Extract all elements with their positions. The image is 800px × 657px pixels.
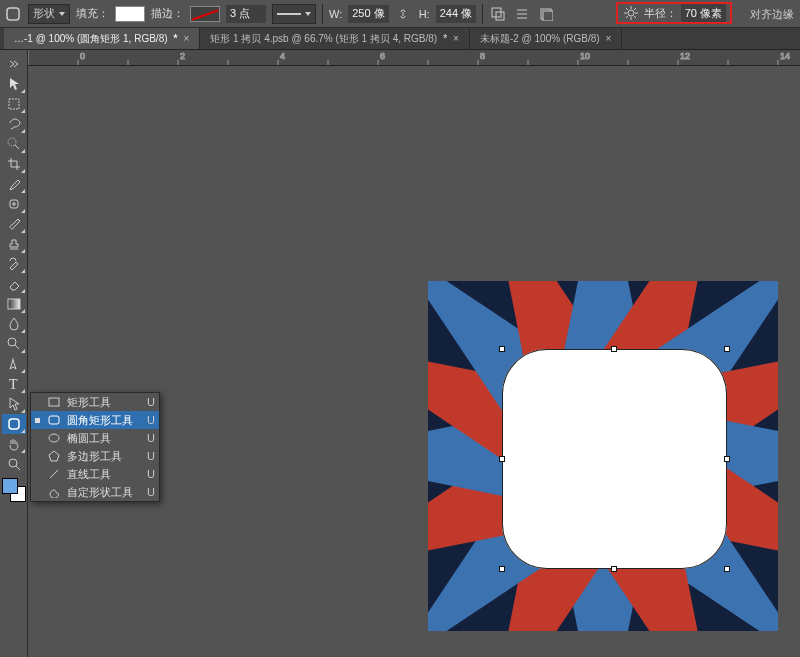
eyedropper-tool[interactable] — [2, 174, 26, 194]
stroke-style-dropdown[interactable] — [272, 4, 316, 24]
tab-dirty-indicator: * — [443, 33, 447, 44]
svg-text:8: 8 — [480, 51, 485, 61]
collapse-icon[interactable] — [2, 54, 26, 74]
align-edges-check[interactable]: 对齐边缘 — [750, 0, 794, 28]
document-tab[interactable]: 矩形 1 拷贝 4.psb @ 66.7% (矩形 1 拷贝 4, RGB/8)… — [200, 28, 470, 49]
path-combine-icon[interactable] — [489, 5, 507, 23]
width-field[interactable]: 250 像 — [348, 5, 388, 23]
foreground-color-swatch[interactable] — [2, 478, 18, 494]
stroke-weight-field[interactable]: 3 点 — [226, 5, 266, 23]
close-icon[interactable]: × — [183, 33, 189, 44]
flyout-item-custom-shape[interactable]: 自定形状工具 U — [31, 483, 159, 501]
healing-tool[interactable] — [2, 194, 26, 214]
svg-text:0: 0 — [80, 51, 85, 61]
separator — [482, 4, 483, 24]
transform-handle[interactable] — [499, 566, 505, 572]
zoom-tool[interactable] — [2, 454, 26, 474]
chevron-down-icon — [59, 12, 65, 16]
flyout-item-line[interactable]: 直线工具 U — [31, 465, 159, 483]
svg-text:T: T — [9, 377, 18, 391]
marquee-tool[interactable] — [2, 94, 26, 114]
crop-tool[interactable] — [2, 154, 26, 174]
hand-tool[interactable] — [2, 434, 26, 454]
document-tab[interactable]: 未标题-2 @ 100% (RGB/8) × — [470, 28, 622, 49]
flyout-shortcut: U — [147, 468, 155, 480]
path-arrange-icon[interactable] — [537, 5, 555, 23]
shape-selection-outline — [502, 349, 727, 569]
flyout-shortcut: U — [147, 450, 155, 462]
ruler-horizontal: 0 2 4 6 8 10 12 14 — [28, 50, 800, 66]
transform-handle[interactable] — [724, 346, 730, 352]
eraser-tool[interactable] — [2, 274, 26, 294]
gear-icon[interactable] — [622, 4, 640, 22]
svg-line-15 — [634, 16, 636, 18]
tab-dirty-indicator: * — [174, 33, 178, 44]
path-align-icon[interactable] — [513, 5, 531, 23]
document-tab-bar: …-1 @ 100% (圆角矩形 1, RGB/8) * × 矩形 1 拷贝 4… — [0, 28, 800, 50]
path-select-tool[interactable] — [2, 394, 26, 414]
canvas-area[interactable] — [28, 66, 800, 657]
flyout-item-rounded-rectangle[interactable]: 圆角矩形工具 U — [31, 411, 159, 429]
check-icon — [35, 418, 40, 423]
shape-tool-flyout: 矩形工具 U 圆角矩形工具 U 椭圆工具 U 多边形工具 U 直线工具 U 自定… — [30, 392, 160, 502]
flyout-label: 直线工具 — [67, 467, 111, 482]
transform-handle[interactable] — [611, 566, 617, 572]
stroke-swatch[interactable] — [190, 6, 220, 22]
height-label: H: — [419, 8, 430, 20]
history-brush-tool[interactable] — [2, 254, 26, 274]
radius-highlight: 半径： 70 像素 — [616, 2, 732, 24]
height-field[interactable]: 244 像 — [436, 5, 476, 23]
width-label: W: — [329, 8, 342, 20]
align-edges-label: 对齐边缘 — [750, 7, 794, 22]
lasso-tool[interactable] — [2, 114, 26, 134]
options-bar: 形状 填充： 描边： 3 点 W: 250 像 H: 244 像 半径： 70 … — [0, 0, 800, 28]
flyout-label: 自定形状工具 — [67, 485, 133, 500]
close-icon[interactable]: × — [606, 33, 612, 44]
shape-tool-icon — [4, 5, 22, 23]
svg-text:4: 4 — [280, 51, 285, 61]
rectangle-icon — [47, 396, 61, 408]
flyout-shortcut: U — [147, 396, 155, 408]
shape-mode-dropdown[interactable]: 形状 — [28, 4, 70, 24]
link-icon[interactable] — [395, 5, 413, 23]
line-icon — [47, 468, 61, 480]
svg-point-43 — [8, 138, 16, 146]
blur-tool[interactable] — [2, 314, 26, 334]
transform-handle[interactable] — [724, 566, 730, 572]
toolbox: T — [0, 50, 28, 657]
radius-field[interactable]: 70 像素 — [681, 4, 726, 22]
svg-rect-55 — [49, 416, 59, 424]
svg-rect-54 — [49, 398, 59, 406]
quick-select-tool[interactable] — [2, 134, 26, 154]
close-icon[interactable]: × — [453, 33, 459, 44]
document-tab[interactable]: …-1 @ 100% (圆角矩形 1, RGB/8) * × — [4, 28, 200, 49]
brush-tool[interactable] — [2, 214, 26, 234]
fill-swatch[interactable] — [115, 6, 145, 22]
polygon-icon — [47, 450, 61, 462]
svg-rect-51 — [9, 419, 19, 429]
shape-tool[interactable] — [2, 414, 26, 434]
flyout-item-rectangle[interactable]: 矩形工具 U — [31, 393, 159, 411]
svg-line-49 — [15, 345, 19, 349]
transform-handle[interactable] — [611, 346, 617, 352]
move-tool[interactable] — [2, 74, 26, 94]
transform-handle[interactable] — [499, 346, 505, 352]
stamp-tool[interactable] — [2, 234, 26, 254]
svg-line-53 — [16, 466, 20, 470]
type-tool[interactable]: T — [2, 374, 26, 394]
tab-label: …-1 @ 100% (圆角矩形 1, RGB/8) — [14, 32, 168, 46]
color-swatches[interactable] — [2, 478, 26, 502]
svg-point-52 — [9, 459, 17, 467]
svg-rect-42 — [9, 99, 19, 109]
flyout-item-polygon[interactable]: 多边形工具 U — [31, 447, 159, 465]
flyout-label: 矩形工具 — [67, 395, 111, 410]
transform-handle[interactable] — [499, 456, 505, 462]
chevron-down-icon — [305, 12, 311, 16]
gradient-tool[interactable] — [2, 294, 26, 314]
shape-mode-label: 形状 — [33, 6, 55, 21]
dodge-tool[interactable] — [2, 334, 26, 354]
transform-handle[interactable] — [724, 456, 730, 462]
pen-tool[interactable] — [2, 354, 26, 374]
flyout-item-ellipse[interactable]: 椭圆工具 U — [31, 429, 159, 447]
svg-text:10: 10 — [580, 51, 590, 61]
